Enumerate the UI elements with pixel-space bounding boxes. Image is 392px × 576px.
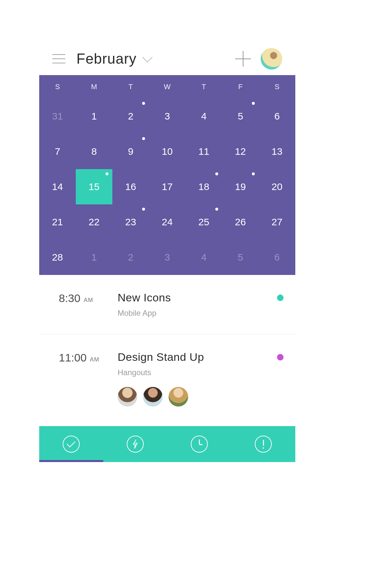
event-dot xyxy=(215,172,218,175)
bolt-icon xyxy=(127,436,144,453)
alert-icon xyxy=(263,440,264,449)
calendar-weekday-row: SMTWTFS xyxy=(39,75,295,99)
calendar-day[interactable]: 15 xyxy=(76,169,112,204)
calendar-day[interactable]: 7 xyxy=(39,134,76,169)
calendar-day[interactable]: 3 xyxy=(149,99,186,134)
event-time: 8:30AM xyxy=(59,291,118,318)
event-dot xyxy=(142,102,145,105)
event-item[interactable]: 11:00AMDesign Stand UpHangouts xyxy=(39,334,295,423)
event-time-value: 11:00 xyxy=(59,351,87,364)
calendar-day[interactable]: 5 xyxy=(222,240,259,275)
weekday-label: S xyxy=(39,75,76,99)
month-title: February xyxy=(76,51,137,67)
event-body: New IconsMobile App xyxy=(118,291,277,318)
calendar-day[interactable]: 2 xyxy=(112,240,149,275)
user-avatar[interactable] xyxy=(261,48,282,70)
calendar-day[interactable]: 17 xyxy=(149,169,186,204)
calendar-day[interactable]: 20 xyxy=(259,169,295,204)
event-time-value: 8:30 xyxy=(59,292,80,305)
menu-icon[interactable] xyxy=(52,54,65,63)
calendar-day[interactable]: 9 xyxy=(112,134,149,169)
calendar-day[interactable]: 31 xyxy=(39,99,76,134)
calendar-week-row: 21222324252627 xyxy=(39,204,295,240)
calendar-week-row: 78910111213 xyxy=(39,134,295,169)
weekday-label: T xyxy=(112,75,149,99)
calendar-day[interactable]: 21 xyxy=(39,204,76,240)
calendar-week-row: 14151617181920 xyxy=(39,169,295,204)
calendar-day[interactable]: 1 xyxy=(76,99,112,134)
calendar-day[interactable]: 16 xyxy=(112,169,149,204)
calendar-day[interactable]: 5 xyxy=(222,99,259,134)
calendar-day[interactable]: 19 xyxy=(222,169,259,204)
event-item[interactable]: 8:30AMNew IconsMobile App xyxy=(39,275,295,334)
calendar-day[interactable]: 12 xyxy=(222,134,259,169)
calendar-grid: SMTWTFS 31123456789101112131415161718192… xyxy=(39,75,295,275)
attendee-avatar[interactable] xyxy=(118,387,137,407)
event-color-dot xyxy=(277,354,284,360)
event-subtitle: Hangouts xyxy=(118,368,277,377)
event-dot xyxy=(142,137,145,140)
tab-bolt[interactable] xyxy=(103,426,167,462)
event-body: Design Stand UpHangouts xyxy=(118,351,277,407)
event-title: Design Stand Up xyxy=(118,351,277,363)
calendar-day[interactable]: 23 xyxy=(112,204,149,240)
event-dot xyxy=(252,102,255,105)
weekday-label: S xyxy=(259,75,295,99)
calendar-day[interactable]: 3 xyxy=(149,240,186,275)
calendar-day[interactable]: 13 xyxy=(259,134,295,169)
event-time-ampm: AM xyxy=(84,297,93,304)
tab-bar xyxy=(39,426,295,462)
check-icon xyxy=(67,442,75,446)
calendar-day[interactable]: 6 xyxy=(259,99,295,134)
calendar-day[interactable]: 26 xyxy=(222,204,259,240)
tab-indicator xyxy=(39,460,103,462)
event-subtitle: Mobile App xyxy=(118,309,277,318)
calendar-app: February SMTWTFS 31123456789101112131415… xyxy=(39,42,295,462)
calendar-day[interactable]: 1 xyxy=(76,240,112,275)
tab-check[interactable] xyxy=(39,426,103,462)
event-dot xyxy=(142,208,145,211)
event-time: 11:00AM xyxy=(59,351,118,407)
calendar-day[interactable]: 14 xyxy=(39,169,76,204)
event-color-dot xyxy=(277,295,284,301)
event-list: 8:30AMNew IconsMobile App11:00AMDesign S… xyxy=(39,275,295,423)
calendar-day[interactable]: 2 xyxy=(112,99,149,134)
chevron-down-icon[interactable] xyxy=(142,52,153,62)
weekday-label: F xyxy=(222,75,259,99)
attendee-avatar[interactable] xyxy=(169,387,188,407)
event-attendees xyxy=(118,387,277,407)
calendar-day[interactable]: 6 xyxy=(259,240,295,275)
tab-alert[interactable] xyxy=(231,426,295,462)
calendar-day[interactable]: 4 xyxy=(186,99,222,134)
calendar-day[interactable]: 18 xyxy=(186,169,222,204)
calendar-day[interactable]: 10 xyxy=(149,134,186,169)
event-title: New Icons xyxy=(118,291,277,304)
attendee-avatar[interactable] xyxy=(143,387,163,407)
weekday-label: T xyxy=(186,75,222,99)
calendar-week-row: 28123456 xyxy=(39,240,295,275)
calendar-day[interactable]: 8 xyxy=(76,134,112,169)
event-time-ampm: AM xyxy=(90,356,99,363)
calendar-day[interactable]: 24 xyxy=(149,204,186,240)
calendar-day[interactable]: 27 xyxy=(259,204,295,240)
event-dot xyxy=(106,172,108,175)
calendar-week-row: 31123456 xyxy=(39,99,295,134)
clock-icon xyxy=(191,436,208,453)
calendar-day[interactable]: 4 xyxy=(186,240,222,275)
app-header: February xyxy=(39,42,295,75)
tab-clock[interactable] xyxy=(167,426,231,462)
add-event-button[interactable] xyxy=(235,51,251,67)
calendar-day[interactable]: 11 xyxy=(186,134,222,169)
weekday-label: W xyxy=(149,75,186,99)
weekday-label: M xyxy=(76,75,112,99)
calendar-day[interactable]: 25 xyxy=(186,204,222,240)
calendar-day[interactable]: 22 xyxy=(76,204,112,240)
event-dot xyxy=(215,208,218,211)
calendar-day[interactable]: 28 xyxy=(39,240,76,275)
event-dot xyxy=(252,172,255,175)
